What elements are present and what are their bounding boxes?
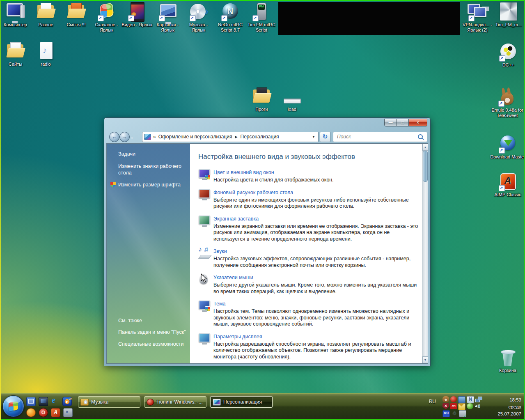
taskbar-buttons: Музыка Тюнинг Windows. -... Персонализац…	[78, 396, 273, 408]
sidebar-item-accessibility[interactable]: Специальные возможности	[118, 341, 189, 347]
desktop-icon-vpn[interactable]: VPN-подкл... - Ярлык (2)	[461, 2, 494, 33]
desktop-icon-emule[interactable]: Emule 0.48a for TeleSweet	[488, 87, 525, 118]
spiky-tray-icon[interactable]	[451, 410, 458, 416]
opera-icon[interactable]	[39, 408, 48, 417]
security-shield-tray-icon[interactable]	[442, 403, 449, 409]
desktop-icon-radio[interactable]: radio	[30, 41, 61, 67]
media-device-tray-icon[interactable]	[458, 396, 465, 403]
show-desktop-icon[interactable]	[26, 397, 36, 406]
sidebar-item-desktop-icons[interactable]: Изменить значки рабочего стола	[118, 163, 183, 176]
close-button[interactable]: ×	[409, 119, 427, 126]
desktop-icon-muzyka[interactable]: Музыка - Ярлык	[183, 2, 214, 33]
shortcut-arrow-icon	[159, 15, 165, 21]
maximize-button[interactable]: □	[397, 119, 409, 126]
phone-app-icon[interactable]	[63, 408, 73, 417]
screen-edge-top	[0, 0, 525, 1]
green-sphere-tray-icon[interactable]	[467, 403, 473, 409]
language-indicator[interactable]: RU	[429, 399, 436, 404]
cp-desc: Изменение экранной заставки или времени …	[213, 223, 421, 243]
system-tray: RU	[429, 396, 523, 418]
breadcrumb-root[interactable]: Оформление и персонализация	[158, 134, 232, 140]
taskbar-button-label: Музыка	[91, 399, 108, 405]
minimize-button[interactable]: —	[384, 119, 397, 126]
desktop-icon-video[interactable]: Видео - Ярлык	[122, 2, 152, 28]
taskbar-button-music[interactable]: Музыка	[78, 396, 140, 408]
recent-pages-dropdown-icon[interactable]: ▼	[131, 137, 133, 140]
desktop-icon-label: Видео - Ярлык	[122, 22, 152, 28]
mail-tray-icon[interactable]	[458, 403, 465, 410]
desktop-icon-computer[interactable]: Компьютер	[0, 2, 31, 28]
desktop-icon-aimp[interactable]: AIMP Classic	[490, 172, 525, 197]
quick-launch-overflow-icon[interactable]: »	[69, 395, 72, 402]
music-disc-icon	[189, 2, 209, 21]
desktop-icon-progi[interactable]: Проги	[246, 86, 277, 112]
desktop-icon-label: Картинки - Ярлык	[152, 22, 183, 33]
sidebar-item-taskbar-start-menu[interactable]: Панель задач и меню "Пуск"	[118, 329, 189, 335]
cp-item-window-color: Цвет и внешний вид окон Настройка цвета …	[198, 168, 422, 184]
address-bar[interactable]: « Оформление и персонализация ▶ Персонал…	[142, 132, 319, 142]
vertical-scrollbar[interactable]: ▲ ▼	[422, 144, 428, 363]
desktop-icon-smittya[interactable]: Сміття !!!	[61, 2, 92, 28]
desktop-icon-timfm-file[interactable]: Tim_FM_m...	[493, 2, 525, 28]
desktop-icon-label: Корзина	[490, 368, 525, 373]
cp-link-screen-saver[interactable]: Экранная заставка	[213, 216, 259, 222]
search-magnifier-icon[interactable]	[418, 134, 423, 139]
ati-tray-icon[interactable]	[450, 403, 457, 409]
sidebar-item-font-size[interactable]: Изменить размер шрифта	[118, 181, 183, 188]
apps-folder-icon	[252, 86, 272, 106]
desktop-icon-label: Компьютер	[0, 22, 31, 28]
cp-link-mouse-pointers[interactable]: Указатели мыши	[213, 275, 253, 280]
start-button[interactable]	[2, 395, 24, 417]
taskbar-button-personalization[interactable]: Персонализация	[210, 396, 273, 408]
navigation-bar: ← → ▼ « Оформление и персонализация ▶ Пе…	[106, 130, 428, 143]
desktop-icon-download-master[interactable]: Download Master	[490, 134, 525, 160]
tray-clock[interactable]: 18:53 среда 25.07.2007	[485, 397, 523, 418]
breadcrumb-current[interactable]: Персонализация	[241, 134, 279, 140]
remote-desktop-icon[interactable]	[39, 397, 48, 406]
opera-tray-icon[interactable]	[450, 396, 457, 402]
forward-button[interactable]: →	[119, 132, 130, 142]
safely-remove-tray-icon[interactable]	[459, 410, 466, 417]
aimp-quicklaunch-icon[interactable]	[51, 408, 60, 417]
cp-link-desktop-background[interactable]: Фоновый рисунок рабочего стола	[213, 190, 293, 195]
desktop-icon-recycle-bin[interactable]: Корзина	[490, 347, 525, 373]
punto-ru-tray-icon[interactable]	[442, 410, 450, 417]
desktop-icon-neon-mirc[interactable]: NeOn mIRC Script 8.7	[214, 2, 247, 33]
desktop-icon-skachanoe[interactable]: Скачаное - Ярлык	[91, 2, 122, 33]
scrollbar-thumb[interactable]	[423, 151, 428, 182]
desktop-icon-dcpp[interactable]: DC++	[492, 42, 525, 68]
desktop-icon-sayty[interactable]: Сайты	[0, 41, 31, 67]
internet-explorer-icon[interactable]	[51, 397, 60, 405]
orange-ball-app-icon[interactable]	[26, 408, 36, 417]
search-input[interactable]	[336, 133, 418, 140]
search-box[interactable]	[333, 132, 427, 142]
tasks-header: Задачи	[118, 151, 184, 157]
cp-link-theme[interactable]: Тема	[213, 301, 225, 307]
volume-tray-icon[interactable]	[475, 403, 481, 409]
cp-link-display-settings[interactable]: Параметры дисплея	[213, 334, 262, 340]
refresh-button[interactable]: ↻	[320, 132, 330, 142]
address-dropdown-icon[interactable]: ▼	[309, 135, 318, 139]
load-bar-icon	[282, 86, 302, 106]
emule-tray-icon[interactable]	[442, 396, 449, 402]
personalization-window: — □ × ← → ▼ « Оформление и персонализаци…	[104, 117, 431, 366]
desktop-icon-label: load	[277, 107, 307, 112]
desktop-icon-raznoe[interactable]: Разное	[30, 2, 61, 28]
breadcrumb-overflow-chevron-icon[interactable]: «	[153, 134, 156, 140]
cp-link-window-color[interactable]: Цвет и внешний вид окон	[213, 170, 274, 175]
desktop-icon-timfm-mirc[interactable]: Tim FM mIRC Script	[245, 2, 278, 33]
breadcrumb-separator-icon[interactable]: ▶	[235, 135, 237, 139]
opera-icon	[147, 399, 154, 406]
cp-link-sounds[interactable]: Звуки	[213, 248, 227, 254]
network-tray-icon[interactable]	[475, 396, 482, 402]
emule-donkey-icon	[497, 87, 517, 107]
desktop-icon-label: Tim_FM_m...	[493, 22, 525, 28]
scroll-up-icon[interactable]: ▲	[422, 144, 428, 151]
desktop-icon-kartinki[interactable]: Картинки - Ярлык	[152, 2, 183, 33]
cp-desc: Настройка звуковых эффектов, сопровождаю…	[213, 256, 421, 269]
desktop-icon-load[interactable]: load	[277, 86, 307, 112]
back-button[interactable]: ←	[109, 132, 119, 142]
neon-tray-icon[interactable]	[467, 396, 474, 403]
taskbar-button-tuning[interactable]: Тюнинг Windows. -...	[144, 396, 206, 408]
scroll-down-icon[interactable]: ▼	[422, 356, 428, 363]
